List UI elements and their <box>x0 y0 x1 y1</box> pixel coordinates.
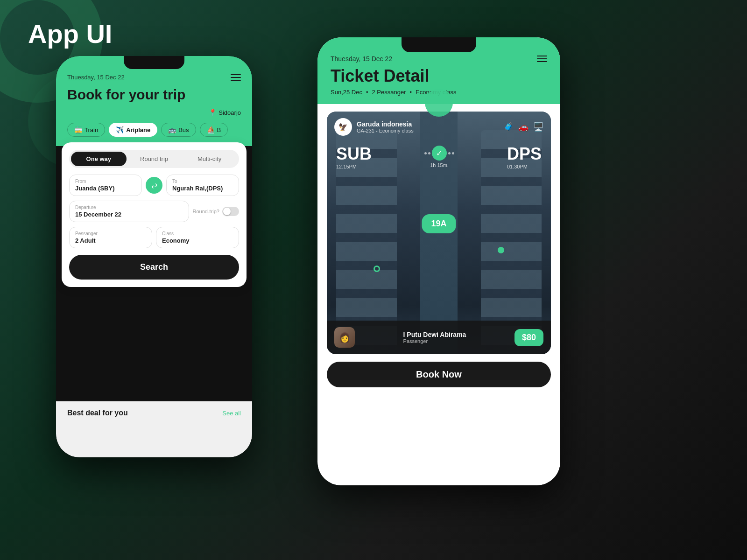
passenger-value: 2 Adult <box>75 237 146 244</box>
flight-duration: 1h 15m. <box>430 162 449 168</box>
roundtrip-toggle-area: Round-trip? <box>193 207 239 216</box>
one-way-option[interactable]: One way <box>71 152 127 166</box>
route-middle: ✓ 1h 15m. <box>424 146 454 168</box>
right-phone: Thuesday, 15 Dec 22 Ticket Detail Sun,25… <box>317 37 560 485</box>
departure-field[interactable]: Departure 15 December 22 <box>69 201 189 222</box>
passenger-details: I Putu Dewi Abirama Passenger <box>403 331 466 344</box>
passenger-avatar: 👩 <box>334 327 355 348</box>
roundtrip-toggle[interactable] <box>222 207 239 216</box>
book-now-button[interactable]: Book Now <box>327 362 551 387</box>
dot-separator-1: • <box>366 89 368 96</box>
route-dot-1 <box>424 152 427 154</box>
route-row: SUB 12.15PM ✓ 1h 15m. <box>327 140 551 171</box>
best-deal-row: Best deal for you See all <box>67 409 241 417</box>
class-field[interactable]: Class Economy <box>156 227 239 248</box>
flight-check-icon: ✓ <box>432 146 447 161</box>
airline-row: 🦅 Garuda indonesia GA-231 - Economy clas… <box>327 112 551 140</box>
tab-boat[interactable]: ⛵ B <box>200 123 228 137</box>
book-title: Book for your trip <box>67 86 241 103</box>
origin-airport: SUB 12.15PM <box>336 144 372 169</box>
seat-badge: 19A <box>422 214 456 233</box>
route-dot-4 <box>452 152 454 154</box>
departure-row: Departure 15 December 22 Round-trip? <box>69 201 239 222</box>
route-dots: ✓ <box>424 146 454 161</box>
right-notch <box>402 37 476 52</box>
tab-airplane[interactable]: ✈️ Ariplane <box>109 123 157 137</box>
airline-service-icons: 🧳 🚗 🖥️ <box>503 122 543 132</box>
right-screen: Thuesday, 15 Dec 22 Ticket Detail Sun,25… <box>317 37 560 485</box>
round-trip-option[interactable]: Round trip <box>127 152 182 166</box>
transport-tabs: 🚋 Train ✈️ Ariplane 🚌 Bus ⛵ B <box>67 123 241 137</box>
route-dot-3 <box>448 152 451 154</box>
tab-airplane-label: Ariplane <box>126 126 150 133</box>
to-value: Ngurah Rai,(DPS) <box>172 185 233 192</box>
route-dot-2 <box>428 152 430 154</box>
see-all-link[interactable]: See all <box>222 410 241 417</box>
passenger-field[interactable]: Pessanger 2 Adult <box>69 227 152 248</box>
passenger-role: Passenger <box>403 338 466 344</box>
tab-train[interactable]: 🚋 Train <box>67 123 105 137</box>
bus-icon: 🚌 <box>168 126 176 133</box>
best-deal-section: Best deal for you See all <box>56 401 252 457</box>
left-date: Thuesday, 15 Dec 22 <box>67 74 125 81</box>
book-now-label: Book Now <box>416 369 462 379</box>
left-phone-inner: Thuesday, 15 Dec 22 Book for your trip 📍… <box>56 56 252 457</box>
booking-form: One way Round trip Multi-city From Juand… <box>62 142 247 287</box>
class-label: Class <box>162 231 233 236</box>
location-row: 📍 Sidoarjo <box>67 109 241 116</box>
train-icon: 🚋 <box>74 126 82 133</box>
car-icon: 🚗 <box>518 122 529 132</box>
destination-airport: DPS 01.30PM <box>507 144 542 169</box>
screen-icon: 🖥️ <box>533 122 543 132</box>
from-field[interactable]: From Juanda (SBY) <box>69 175 142 196</box>
tab-train-label: Train <box>85 126 98 133</box>
airline-code: GA-231 - Economy class <box>357 128 414 133</box>
left-screen: Thuesday, 15 Dec 22 Book for your trip 📍… <box>56 56 252 457</box>
airline-left: 🦅 Garuda indonesia GA-231 - Economy clas… <box>334 118 414 136</box>
left-phone: Thuesday, 15 Dec 22 Book for your trip 📍… <box>56 56 252 457</box>
location-text: Sidoarjo <box>218 109 241 116</box>
from-value: Juanda (SBY) <box>75 185 136 192</box>
passenger-info-row: 👩 I Putu Dewi Abirama Passenger $80 <box>327 321 551 354</box>
left-top-section: Thuesday, 15 Dec 22 Book for your trip 📍… <box>56 56 252 146</box>
roundtrip-label: Round-trip? <box>193 209 219 214</box>
airline-name: Garuda indonesia <box>357 120 414 128</box>
from-to-row: From Juanda (SBY) ⇄ To Ngurah Rai,(DPS) <box>69 175 239 196</box>
to-label: To <box>172 179 233 184</box>
multi-city-option[interactable]: Multi-city <box>182 152 237 166</box>
boat-icon: ⛵ <box>207 126 215 133</box>
tab-bus[interactable]: 🚌 Bus <box>161 123 196 137</box>
swap-button[interactable]: ⇄ <box>146 177 162 194</box>
departure-label: Departure <box>75 205 183 210</box>
pax-class-row: Pessanger 2 Adult Class Economy <box>69 227 239 248</box>
hamburger-menu-icon[interactable] <box>231 74 241 81</box>
passenger-label: Pessanger <box>75 231 146 236</box>
right-date: Thuesday, 15 Dec 22 <box>331 55 392 63</box>
best-deal-title: Best deal for you <box>67 409 128 417</box>
class-value: Economy <box>162 237 233 244</box>
tab-bus-label: Bus <box>178 126 189 133</box>
right-menu-icon[interactable] <box>537 56 547 62</box>
search-button[interactable]: Search <box>69 255 239 280</box>
dot-separator-2: • <box>410 89 412 96</box>
meta-date: Sun,25 Dec <box>331 89 362 96</box>
date-menu-row: Thuesday, 15 Dec 22 <box>67 74 241 81</box>
toggle-knob <box>223 208 231 215</box>
to-field[interactable]: To Ngurah Rai,(DPS) <box>166 175 239 196</box>
flight-card: 🦅 Garuda indonesia GA-231 - Economy clas… <box>327 112 551 354</box>
seat-indicator-1 <box>498 247 504 253</box>
airplane-icon: ✈️ <box>116 126 124 133</box>
luggage-icon: 🧳 <box>503 122 514 132</box>
app-title: App UI <box>28 19 112 49</box>
destination-code: DPS <box>507 144 542 164</box>
airline-name-code: Garuda indonesia GA-231 - Economy class <box>357 120 414 133</box>
origin-time: 12.15PM <box>336 164 372 169</box>
from-label: From <box>75 179 136 184</box>
right-date-row: Thuesday, 15 Dec 22 <box>331 55 547 63</box>
departure-value: 15 December 22 <box>75 211 183 218</box>
left-notch <box>124 56 184 69</box>
meta-passengers: 2 Pessanger <box>372 89 406 96</box>
card-overlay: 🦅 Garuda indonesia GA-231 - Economy clas… <box>327 112 551 354</box>
trip-type-selector: One way Round trip Multi-city <box>69 150 239 168</box>
seat-indicator-2 <box>374 266 380 272</box>
